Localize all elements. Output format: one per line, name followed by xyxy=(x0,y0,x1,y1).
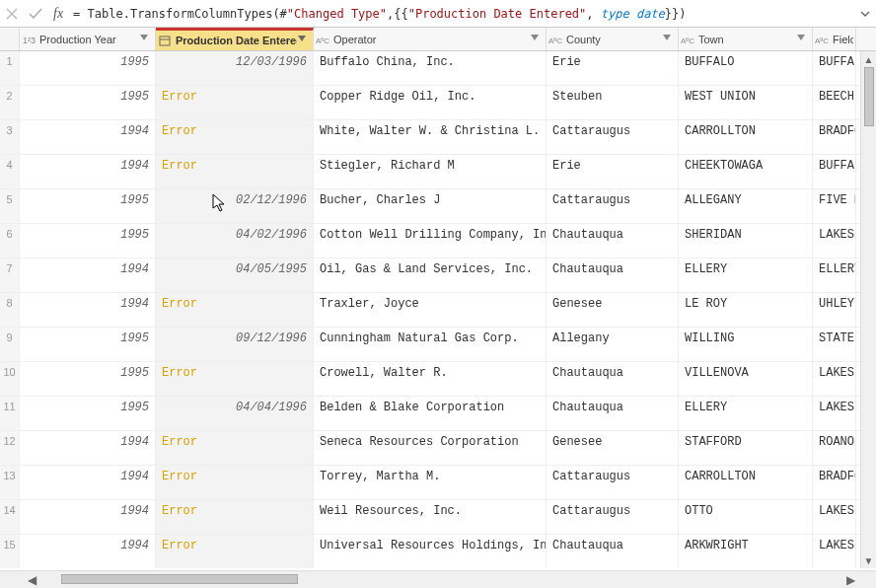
cell-town[interactable]: BUFFALO xyxy=(679,51,813,85)
cell-year[interactable]: 1994 xyxy=(20,500,156,534)
cell-county[interactable]: Chautauqua xyxy=(547,362,679,396)
cell-county[interactable]: Cattaraugus xyxy=(547,500,679,534)
cell-county[interactable]: Genesee xyxy=(547,431,679,465)
cell-county[interactable]: Genesee xyxy=(547,293,679,327)
table-row[interactable]: 141994ErrorWeil Resources, Inc.Cattaraug… xyxy=(0,500,876,535)
column-header-operator[interactable]: AᴮC Operator xyxy=(314,28,547,50)
scroll-right-icon[interactable]: ▶ xyxy=(842,573,858,587)
data-grid[interactable]: 1199512/03/1996Buffalo China, Inc.ErieBU… xyxy=(0,51,876,568)
horizontal-scroll-thumb[interactable] xyxy=(61,574,298,584)
cell-operator[interactable]: Stiegler, Richard M xyxy=(314,155,547,188)
cell-operator[interactable]: Buffalo China, Inc. xyxy=(314,51,547,85)
cell-county[interactable]: Steuben xyxy=(547,86,679,119)
cell-operator[interactable]: Cotton Well Drilling Company, Inc. xyxy=(314,224,547,257)
cell-operator[interactable]: Copper Ridge Oil, Inc. xyxy=(314,86,547,119)
cell-operator[interactable]: Torrey, Martha M. xyxy=(314,466,547,499)
cell-county[interactable]: Cattaraugus xyxy=(547,120,679,154)
cell-date[interactable]: 04/02/1996 xyxy=(156,224,314,257)
formula-input[interactable]: = Table.TransformColumnTypes(#"Changed T… xyxy=(69,5,854,23)
cell-field[interactable]: ELLERY xyxy=(813,258,856,292)
cell-operator[interactable]: Traxler, Joyce xyxy=(314,293,547,327)
cell-town[interactable]: ARKWRIGHT xyxy=(679,535,813,568)
cell-operator[interactable]: Bucher, Charles J xyxy=(314,189,547,223)
table-row[interactable]: 101995ErrorCrowell, Walter R.ChautauquaV… xyxy=(0,362,876,397)
column-header-date[interactable]: Production Date Entered xyxy=(156,28,314,50)
cell-field[interactable]: BRADFOR xyxy=(813,466,856,499)
cell-date[interactable]: 09/12/1996 xyxy=(156,328,314,361)
table-row[interactable]: 121994ErrorSeneca Resources CorporationG… xyxy=(0,431,876,466)
cell-date[interactable]: Error xyxy=(156,155,314,188)
cell-town[interactable]: STAFFORD xyxy=(679,431,813,465)
cell-field[interactable]: BEECH H xyxy=(813,86,856,119)
table-row[interactable]: 151994ErrorUniversal Resources Holdings,… xyxy=(0,535,876,568)
column-filter-icon[interactable] xyxy=(139,33,153,46)
cell-field[interactable]: BUFFALO xyxy=(813,155,856,188)
cell-county[interactable]: Allegany xyxy=(547,328,679,361)
cell-town[interactable]: CARROLLTON xyxy=(679,466,813,499)
cell-town[interactable]: ALLEGANY xyxy=(679,189,813,223)
cell-year[interactable]: 1994 xyxy=(20,155,156,188)
cell-year[interactable]: 1994 xyxy=(20,535,156,568)
cell-operator[interactable]: Seneca Resources Corporation xyxy=(314,431,547,465)
cell-date[interactable]: Error xyxy=(156,362,314,396)
table-row[interactable]: 1199512/03/1996Buffalo China, Inc.ErieBU… xyxy=(0,51,876,86)
cell-field[interactable]: BUFFALO xyxy=(813,51,856,85)
cell-year[interactable]: 1995 xyxy=(20,362,156,396)
cell-county[interactable]: Cattaraugus xyxy=(547,466,679,499)
scroll-up-icon[interactable]: ▲ xyxy=(861,51,877,67)
cell-county[interactable]: Erie xyxy=(547,51,679,85)
cell-year[interactable]: 1995 xyxy=(20,51,156,85)
cell-year[interactable]: 1994 xyxy=(20,431,156,465)
cell-county[interactable]: Chautauqua xyxy=(547,258,679,292)
cancel-icon[interactable] xyxy=(0,1,24,27)
cell-county[interactable]: Erie xyxy=(547,155,679,188)
table-row[interactable]: 11199504/04/1996Belden & Blake Corporati… xyxy=(0,397,876,431)
cell-field[interactable]: LAKESHO xyxy=(813,535,856,568)
cell-year[interactable]: 1995 xyxy=(20,328,156,361)
cell-year[interactable]: 1995 xyxy=(20,189,156,223)
cell-date[interactable]: Error xyxy=(156,120,314,154)
cell-date[interactable]: Error xyxy=(156,500,314,534)
column-filter-icon[interactable] xyxy=(297,34,311,47)
cell-year[interactable]: 1994 xyxy=(20,258,156,292)
cell-operator[interactable]: Oil, Gas & Land Services, Inc. xyxy=(314,258,547,292)
cell-field[interactable]: LAKESHO xyxy=(813,362,856,396)
table-row[interactable]: 31994ErrorWhite, Walter W. & Christina L… xyxy=(0,120,876,155)
table-row[interactable]: 6199504/02/1996Cotton Well Drilling Comp… xyxy=(0,224,876,258)
cell-year[interactable]: 1994 xyxy=(20,466,156,499)
expand-formula-icon[interactable] xyxy=(854,8,876,20)
cell-operator[interactable]: Universal Resources Holdings, Incorp. xyxy=(314,535,547,568)
cell-town[interactable]: CARROLLTON xyxy=(679,120,813,154)
column-header-field[interactable]: AᴮC Field xyxy=(813,28,856,50)
cell-field[interactable]: BRADFOR xyxy=(813,120,856,154)
cell-operator[interactable]: White, Walter W. & Christina L. xyxy=(314,120,547,154)
cell-county[interactable]: Chautauqua xyxy=(547,397,679,430)
confirm-icon[interactable] xyxy=(24,1,47,27)
horizontal-scroll-track[interactable] xyxy=(39,571,842,588)
cell-town[interactable]: OTTO xyxy=(679,500,813,534)
cell-town[interactable]: ELLERY xyxy=(679,258,813,292)
cell-date[interactable]: Error xyxy=(156,431,314,465)
cell-date[interactable]: 04/04/1996 xyxy=(156,397,314,430)
cell-operator[interactable]: Weil Resources, Inc. xyxy=(314,500,547,534)
table-row[interactable]: 9199509/12/1996Cunningham Natural Gas Co… xyxy=(0,328,876,362)
cell-date[interactable]: 04/05/1995 xyxy=(156,258,314,292)
cell-county[interactable]: Chautauqua xyxy=(547,535,679,568)
table-row[interactable]: 81994ErrorTraxler, JoyceGeneseeLE ROYUHL… xyxy=(0,293,876,328)
cell-field[interactable]: LAKESHO xyxy=(813,224,856,257)
cell-county[interactable]: Cattaraugus xyxy=(547,189,679,223)
cell-date[interactable]: Error xyxy=(156,293,314,327)
scroll-left-icon[interactable]: ◀ xyxy=(24,573,39,587)
cell-town[interactable]: ELLERY xyxy=(679,397,813,430)
cell-field[interactable]: LAKESHO xyxy=(813,500,856,534)
table-row[interactable]: 21995ErrorCopper Ridge Oil, Inc.SteubenW… xyxy=(0,86,876,120)
table-row[interactable]: 41994ErrorStiegler, Richard MErieCHEEKTO… xyxy=(0,155,876,189)
cell-town[interactable]: SHERIDAN xyxy=(679,224,813,257)
table-row[interactable]: 7199404/05/1995Oil, Gas & Land Services,… xyxy=(0,258,876,293)
table-row[interactable]: 5199502/12/1996Bucher, Charles JCattarau… xyxy=(0,189,876,224)
cell-year[interactable]: 1995 xyxy=(20,397,156,430)
horizontal-scrollbar[interactable]: ◀ ▶ xyxy=(0,570,876,588)
cell-year[interactable]: 1994 xyxy=(20,120,156,154)
cell-county[interactable]: Chautauqua xyxy=(547,224,679,257)
vertical-scroll-thumb[interactable] xyxy=(864,67,874,126)
